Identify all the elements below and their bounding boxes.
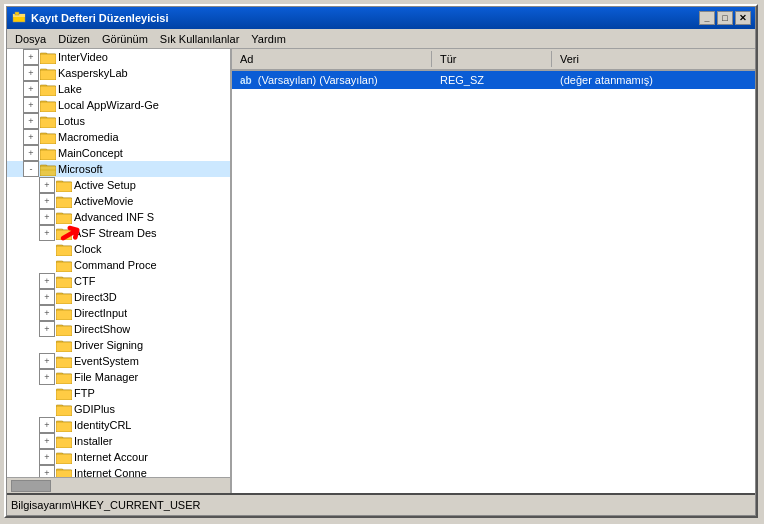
tree-item[interactable]: FTP bbox=[7, 385, 230, 401]
tree-item-label: Microsoft bbox=[58, 163, 103, 175]
tree-expander[interactable]: - bbox=[23, 161, 39, 177]
tree-expander[interactable]: + bbox=[39, 433, 55, 449]
tree-scroll[interactable]: + InterVideo+ KasperskyLab+ Lake+ Local … bbox=[7, 49, 230, 477]
tree-item[interactable]: + EventSystem bbox=[7, 353, 230, 369]
table-row[interactable]: ab (Varsayılan) (Varsayılan) REG_SZ (değ… bbox=[232, 71, 755, 89]
status-bar: Bilgisayarım\HKEY_CURRENT_USER bbox=[7, 493, 755, 515]
menu-dosya[interactable]: Dosya bbox=[9, 31, 52, 47]
tree-item[interactable]: + Installer bbox=[7, 433, 230, 449]
cell-ad: ab (Varsayılan) (Varsayılan) bbox=[232, 73, 432, 87]
svg-rect-78 bbox=[56, 438, 72, 448]
tree-expander[interactable]: + bbox=[39, 353, 55, 369]
folder-icon bbox=[56, 450, 72, 464]
tree-expander[interactable]: + bbox=[39, 225, 55, 241]
tree-expander[interactable]: + bbox=[23, 49, 39, 65]
window-inner: Kayıt Defteri Düzenleyicisi _ □ ✕ Dosya … bbox=[6, 6, 756, 516]
tree-expander[interactable]: + bbox=[39, 417, 55, 433]
svg-rect-5 bbox=[40, 54, 56, 64]
tree-expander[interactable]: + bbox=[23, 113, 39, 129]
tree-expander[interactable]: + bbox=[23, 65, 39, 81]
tree-item[interactable]: + Internet Conne bbox=[7, 465, 230, 477]
tree-item[interactable]: + InterVideo bbox=[7, 49, 230, 65]
col-header-tur[interactable]: Tür bbox=[432, 51, 552, 67]
svg-rect-8 bbox=[40, 70, 56, 80]
tree-item[interactable]: Driver Signing bbox=[7, 337, 230, 353]
tree-expander[interactable]: + bbox=[39, 209, 55, 225]
tree-item[interactable]: + Local AppWizard-Ge bbox=[7, 97, 230, 113]
tree-item-label: Lake bbox=[58, 83, 82, 95]
tree-expander[interactable]: + bbox=[39, 305, 55, 321]
tree-item-label: Internet Conne bbox=[74, 467, 147, 477]
tree-item[interactable]: - Microsoft bbox=[7, 161, 230, 177]
svg-rect-63 bbox=[56, 358, 72, 368]
tree-item[interactable]: + Lake bbox=[7, 81, 230, 97]
tree-item[interactable]: + CTF bbox=[7, 273, 230, 289]
tree-expander[interactable]: + bbox=[39, 449, 55, 465]
tree-expander[interactable]: + bbox=[23, 81, 39, 97]
app-icon bbox=[11, 10, 27, 26]
tree-item[interactable]: + File Manager bbox=[7, 369, 230, 385]
tree-item-label: InterVideo bbox=[58, 51, 108, 63]
svg-rect-30 bbox=[56, 182, 72, 192]
tree-expander[interactable]: + bbox=[23, 145, 39, 161]
tree-item[interactable]: + Macromedia bbox=[7, 129, 230, 145]
tree-expander[interactable]: + bbox=[39, 369, 55, 385]
menu-sik-kullanilanlar[interactable]: Sık Kullanılanlar bbox=[154, 31, 246, 47]
tree-item[interactable]: Command Proce bbox=[7, 257, 230, 273]
tree-expander-empty bbox=[39, 241, 55, 257]
title-bar: Kayıt Defteri Düzenleyicisi _ □ ✕ bbox=[7, 7, 755, 29]
tree-item[interactable]: + DirectInput bbox=[7, 305, 230, 321]
tree-item-label: File Manager bbox=[74, 371, 138, 383]
tree-item-label: Lotus bbox=[58, 115, 85, 127]
tree-item-label: KasperskyLab bbox=[58, 67, 128, 79]
close-button[interactable]: ✕ bbox=[735, 11, 751, 25]
folder-icon bbox=[56, 178, 72, 192]
tree-panel: + InterVideo+ KasperskyLab+ Lake+ Local … bbox=[7, 49, 232, 493]
tree-item[interactable]: + DirectShow bbox=[7, 321, 230, 337]
tree-item[interactable]: + KasperskyLab bbox=[7, 65, 230, 81]
col-header-veri[interactable]: Veri bbox=[552, 51, 755, 67]
svg-rect-2 bbox=[15, 12, 19, 15]
col-header-ad[interactable]: Ad bbox=[232, 51, 432, 67]
tree-item[interactable]: + Advanced INF S bbox=[7, 209, 230, 225]
tree-expander[interactable]: + bbox=[39, 321, 55, 337]
svg-rect-26 bbox=[40, 166, 56, 176]
tree-item[interactable]: + Active Setup bbox=[7, 177, 230, 193]
tree-expander[interactable]: + bbox=[39, 177, 55, 193]
svg-rect-23 bbox=[40, 150, 56, 160]
tree-item[interactable]: + ASF Stream Des bbox=[7, 225, 230, 241]
tree-item[interactable]: + ActiveMovie bbox=[7, 193, 230, 209]
tree-expander[interactable]: + bbox=[39, 465, 55, 477]
tree-item[interactable]: Clock bbox=[7, 241, 230, 257]
tree-expander[interactable]: + bbox=[39, 273, 55, 289]
svg-rect-36 bbox=[56, 214, 72, 224]
tree-item[interactable]: GDIPlus bbox=[7, 401, 230, 417]
tree-item[interactable]: + Lotus bbox=[7, 113, 230, 129]
tree-expander[interactable]: + bbox=[39, 289, 55, 305]
tree-item[interactable]: + Internet Accour bbox=[7, 449, 230, 465]
tree-hscroll[interactable] bbox=[7, 477, 230, 493]
svg-rect-75 bbox=[56, 422, 72, 432]
folder-icon bbox=[56, 290, 72, 304]
tree-item[interactable]: + Direct3D bbox=[7, 289, 230, 305]
tree-item-label: Driver Signing bbox=[74, 339, 143, 351]
tree-expander[interactable]: + bbox=[23, 129, 39, 145]
cell-tur: REG_SZ bbox=[432, 73, 552, 87]
folder-icon bbox=[40, 66, 56, 80]
svg-rect-66 bbox=[56, 374, 72, 384]
tree-item-label: Command Proce bbox=[74, 259, 157, 271]
svg-rect-45 bbox=[56, 262, 72, 272]
menu-yardim[interactable]: Yardım bbox=[245, 31, 292, 47]
menu-duzen[interactable]: Düzen bbox=[52, 31, 96, 47]
maximize-button[interactable]: □ bbox=[717, 11, 733, 25]
tree-expander[interactable]: + bbox=[23, 97, 39, 113]
minimize-button[interactable]: _ bbox=[699, 11, 715, 25]
tree-expander[interactable]: + bbox=[39, 193, 55, 209]
svg-rect-72 bbox=[56, 406, 72, 416]
tree-item-label: EventSystem bbox=[74, 355, 139, 367]
svg-rect-33 bbox=[56, 198, 72, 208]
menu-gorunum[interactable]: Görünüm bbox=[96, 31, 154, 47]
tree-item[interactable]: + MainConcept bbox=[7, 145, 230, 161]
tree-item[interactable]: + IdentityCRL bbox=[7, 417, 230, 433]
tree-item-label: DirectShow bbox=[74, 323, 130, 335]
